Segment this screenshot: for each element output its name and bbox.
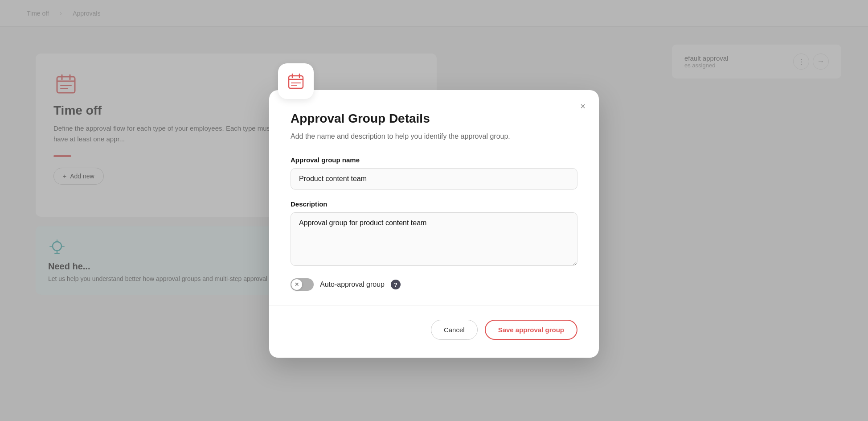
cancel-button[interactable]: Cancel — [431, 320, 478, 340]
description-textarea[interactable]: Approval group for product content team — [291, 212, 577, 266]
toggle-off-icon: ✕ — [295, 281, 299, 288]
approval-group-name-label: Approval group name — [291, 156, 577, 164]
auto-approval-toggle[interactable]: ✕ — [291, 278, 314, 291]
save-approval-group-button[interactable]: Save approval group — [485, 320, 577, 340]
approval-group-name-group: Approval group name — [291, 156, 577, 190]
auto-approval-toggle-row: ✕ Auto-approval group ? — [291, 278, 577, 291]
description-group: Description Approval group for product c… — [291, 200, 577, 268]
close-icon: × — [580, 101, 585, 111]
auto-approval-label: Auto-approval group — [320, 281, 385, 289]
approval-group-name-input[interactable] — [291, 168, 577, 190]
modal-footer: Cancel Save approval group — [291, 320, 577, 340]
calendar-tasks-icon — [286, 71, 306, 91]
modal-subtitle: Add the name and description to help you… — [291, 131, 577, 142]
modal-wrapper: × Approval Group Details Add the name an… — [269, 63, 599, 358]
description-label: Description — [291, 200, 577, 208]
toggle-track: ✕ — [291, 278, 314, 291]
modal-footer-divider — [269, 305, 599, 305]
approval-group-details-modal: × Approval Group Details Add the name an… — [269, 90, 599, 358]
modal-title: Approval Group Details — [291, 111, 577, 126]
svg-rect-12 — [289, 76, 303, 88]
toggle-thumb: ✕ — [291, 279, 302, 290]
modal-close-button[interactable]: × — [576, 99, 590, 113]
modal-overlay: × Approval Group Details Add the name an… — [0, 0, 868, 421]
help-tooltip-icon[interactable]: ? — [391, 280, 401, 289]
modal-app-icon-container — [278, 63, 314, 99]
